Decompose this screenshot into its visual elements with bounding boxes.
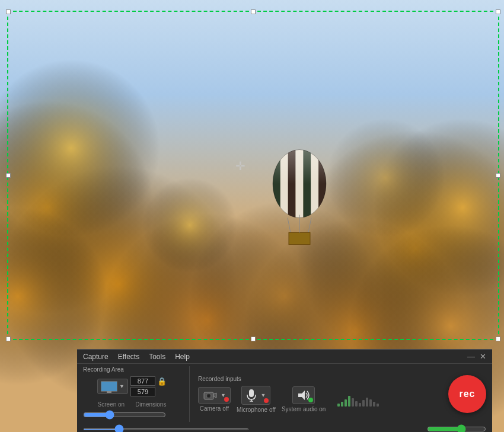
screen-controls: ▼ 🔒 — [97, 376, 167, 396]
system-audio-label: System audio on — [282, 406, 326, 412]
volume-bar-1 — [341, 402, 343, 407]
camera-control: ▼ Camera off — [198, 387, 231, 412]
volume-bar-4 — [352, 398, 354, 407]
screen-icon — [101, 381, 117, 392]
close-button[interactable]: ✕ — [480, 352, 486, 361]
rec-label: rec — [459, 389, 475, 399]
width-input[interactable] — [130, 376, 155, 386]
menu-help[interactable]: Help — [175, 353, 190, 361]
camera-icon — [203, 390, 217, 401]
dimensions-inputs: 🔒 — [130, 376, 167, 396]
volume-bar-9 — [369, 399, 372, 407]
record-button[interactable]: rec — [448, 375, 486, 413]
height-row — [130, 387, 167, 396]
recording-area-bottom-slider[interactable] — [83, 428, 249, 430]
menu-effects[interactable]: Effects — [118, 353, 139, 361]
volume-bar-11 — [377, 404, 379, 407]
volume-bar-6 — [359, 403, 361, 407]
area-slider[interactable] — [83, 410, 166, 420]
mic-chevron: ▼ — [260, 392, 266, 398]
system-audio-control: System audio on — [282, 386, 326, 412]
microphone-button[interactable]: ▼ — [241, 386, 270, 405]
svg-rect-4 — [249, 389, 254, 397]
volume-meter — [337, 392, 379, 407]
volume-bar-10 — [373, 402, 375, 407]
svg-marker-7 — [298, 391, 305, 400]
system-audio-button[interactable] — [292, 386, 315, 404]
inputs-row: ▼ Camera off ▼ — [198, 386, 433, 413]
microphone-control: ▼ Microphone off — [237, 386, 276, 413]
audio-status-dot — [308, 398, 313, 402]
panel-controls: Recording Area ▼ 🔒 Screen on — [77, 364, 492, 424]
height-input[interactable] — [130, 387, 155, 396]
volume-bar-8 — [366, 398, 368, 407]
svg-point-2 — [208, 395, 210, 397]
volume-bar-5 — [355, 401, 358, 407]
volume-bars — [337, 392, 379, 407]
screen-selector[interactable]: ▼ — [97, 379, 128, 394]
bottom-slider-row — [77, 424, 492, 432]
camera-status-dot — [224, 397, 229, 402]
recording-area-section: Recording Area ▼ 🔒 Screen on — [83, 366, 190, 422]
camera-button[interactable]: ▼ — [198, 387, 231, 404]
camera-label: Camera off — [200, 405, 229, 412]
menu-tools[interactable]: Tools — [149, 353, 165, 361]
volume-bar-0 — [337, 404, 340, 407]
panel-titlebar: Capture Effects Tools Help — ✕ — [77, 350, 492, 364]
dimensions-label: Dimensions — [135, 401, 166, 408]
microphone-label: Microphone off — [237, 407, 276, 413]
recorded-inputs-section: Recorded inputs ▼ Camera off — [190, 376, 439, 413]
panel-menu: Capture Effects Tools Help — [83, 353, 190, 361]
microphone-icon — [246, 389, 257, 402]
menu-capture[interactable]: Capture — [83, 353, 109, 361]
mic-status-dot — [264, 398, 269, 403]
minimize-button[interactable]: — — [467, 352, 475, 361]
volume-bar-3 — [348, 396, 350, 407]
window-controls: — ✕ — [467, 352, 486, 361]
recording-area-label: Recording Area — [83, 366, 124, 373]
svg-marker-3 — [213, 393, 216, 398]
audio-level-slider[interactable] — [427, 424, 486, 432]
screen-on-label: Screen on — [98, 401, 125, 408]
screen-chevron: ▼ — [119, 383, 125, 389]
area-slider-container — [83, 410, 181, 422]
screen-labels: Screen on Dimensions — [98, 401, 167, 408]
volume-bar-2 — [344, 399, 347, 407]
recorded-inputs-label: Recorded inputs — [198, 376, 433, 382]
volume-bar-7 — [362, 400, 365, 407]
width-row: 🔒 — [130, 376, 167, 386]
control-panel: Capture Effects Tools Help — ✕ Recording… — [77, 349, 492, 432]
lock-icon: 🔒 — [157, 377, 167, 386]
